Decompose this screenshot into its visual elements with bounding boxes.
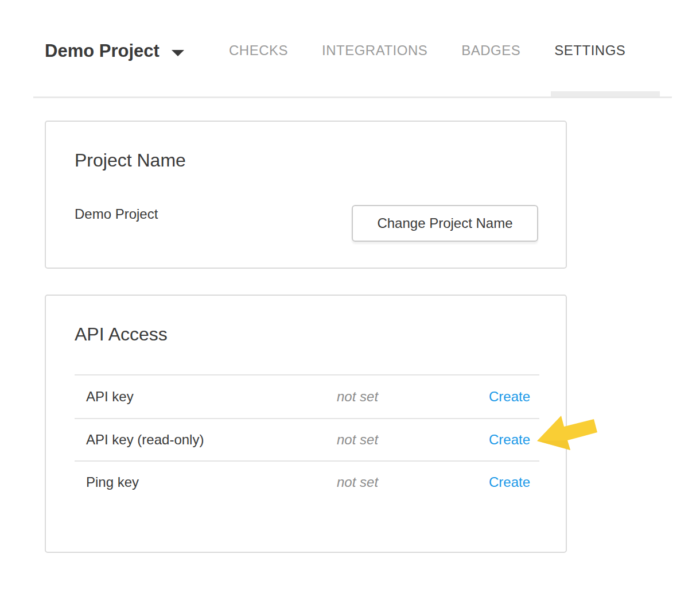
- api-access-card-title: API Access: [75, 324, 168, 344]
- key-label: Ping key: [75, 474, 337, 490]
- key-label: API key (read-only): [75, 432, 337, 448]
- key-value: not set: [337, 432, 378, 448]
- project-settings-page: Demo Project CHECKS INTEGRATIONS BADGES …: [0, 0, 700, 608]
- api-access-card: API Access API key not set Create API ke…: [45, 295, 567, 553]
- table-row-api-key-read-only: API key (read-only) not set Create: [75, 418, 539, 460]
- key-label: API key: [75, 389, 337, 405]
- tab-badges[interactable]: BADGES: [461, 42, 520, 59]
- create-api-key-link[interactable]: Create: [489, 389, 539, 405]
- tab-integrations[interactable]: INTEGRATIONS: [322, 42, 427, 59]
- key-value: not set: [337, 389, 378, 405]
- change-project-name-button[interactable]: Change Project Name: [352, 205, 538, 242]
- project-title: Demo Project: [45, 40, 160, 62]
- header-divider: [33, 96, 672, 98]
- table-row-ping-key: Ping key not set Create: [75, 460, 539, 503]
- main-nav: CHECKS INTEGRATIONS BADGES SETTINGS: [229, 42, 625, 59]
- create-ping-key-link[interactable]: Create: [489, 474, 539, 490]
- project-switcher-dropdown[interactable]: Demo Project: [45, 40, 184, 62]
- table-row-api-key: API key not set Create: [75, 374, 539, 418]
- api-keys-table: API key not set Create API key (read-onl…: [75, 374, 539, 503]
- project-name-card-title: Project Name: [75, 150, 186, 171]
- tab-checks[interactable]: CHECKS: [229, 42, 288, 59]
- key-value: not set: [337, 474, 378, 490]
- project-name-value: Demo Project: [75, 206, 158, 223]
- create-readonly-api-key-link[interactable]: Create: [489, 432, 539, 448]
- tab-settings[interactable]: SETTINGS: [554, 42, 625, 59]
- project-name-card: Project Name Demo Project Change Project…: [45, 121, 567, 269]
- chevron-down-icon: [172, 50, 184, 56]
